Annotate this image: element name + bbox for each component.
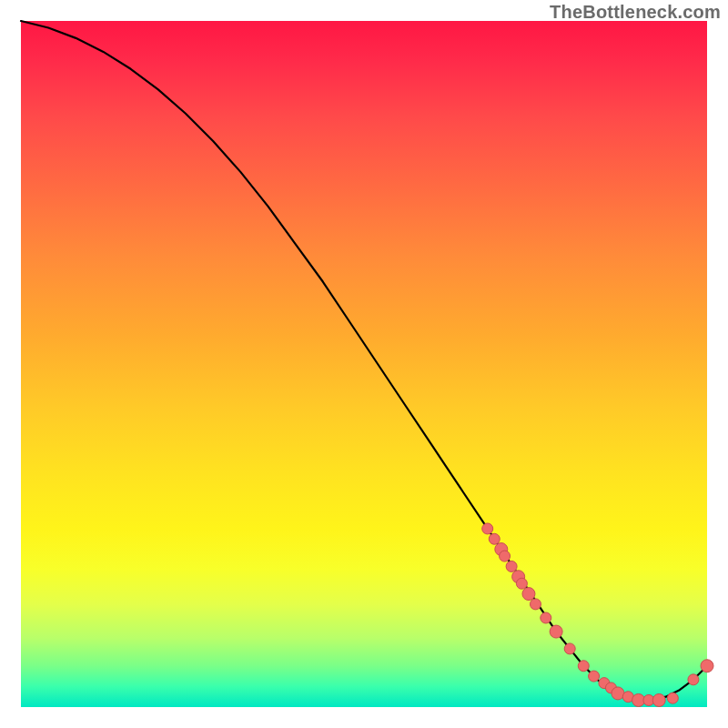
scatter-dot xyxy=(612,687,624,700)
scatter-dot xyxy=(667,693,678,703)
plot-svg xyxy=(21,21,707,707)
scatter-dot xyxy=(482,523,493,534)
scatter-dot xyxy=(541,612,551,623)
scatter-dot xyxy=(589,671,600,682)
chart-stage: TheBottleneck.com xyxy=(0,0,728,728)
watermark-text: TheBottleneck.com xyxy=(550,2,721,23)
scatter-dot xyxy=(522,588,535,601)
scatter-dot xyxy=(500,551,511,561)
scatter-dot xyxy=(550,625,562,638)
bottleneck-curve xyxy=(21,21,707,700)
scatter-dot xyxy=(652,693,665,706)
scatter-dot xyxy=(516,578,527,589)
scatter-dot xyxy=(531,599,541,610)
scatter-dots xyxy=(482,523,713,707)
scatter-dot xyxy=(564,643,575,654)
scatter-dot xyxy=(688,674,699,685)
scatter-dot xyxy=(701,660,713,672)
scatter-dot xyxy=(506,561,517,571)
scatter-dot xyxy=(489,533,500,544)
scatter-dot xyxy=(578,661,589,672)
